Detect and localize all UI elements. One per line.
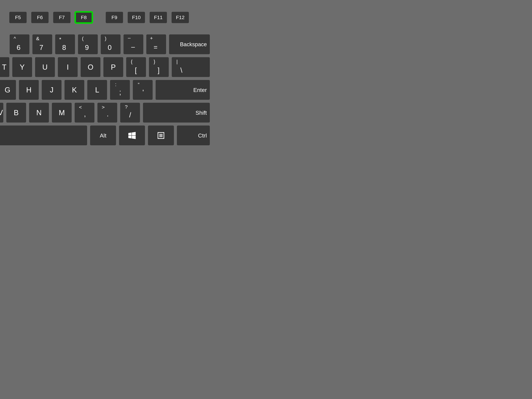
key-8[interactable]: * 8 <box>55 34 75 54</box>
key-o[interactable]: O <box>81 57 101 77</box>
key-f8[interactable]: F8 <box>75 12 92 23</box>
key-f10[interactable]: F10 <box>128 12 145 23</box>
key-t[interactable]: T <box>0 57 9 77</box>
key-backspace[interactable]: Backspace <box>169 34 210 54</box>
key-0[interactable]: ) 0 <box>101 34 120 54</box>
key-label: Backspace <box>180 41 207 48</box>
key-shift-label: | <box>176 59 178 64</box>
key-u[interactable]: U <box>35 57 55 77</box>
key-label: F12 <box>176 15 184 20</box>
key-label: F10 <box>132 15 141 20</box>
windows-icon <box>128 132 136 139</box>
key-f7[interactable]: F7 <box>53 12 70 23</box>
key-label: – <box>131 43 135 51</box>
key-label: 8 <box>62 44 66 51</box>
key-label: 0 <box>108 44 112 51</box>
key-f11[interactable]: F11 <box>150 12 167 23</box>
key-semicolon[interactable]: : ; <box>110 80 130 100</box>
key-equals[interactable]: + = <box>146 34 166 54</box>
key-period[interactable]: > . <box>97 103 117 122</box>
key-label: F8 <box>81 15 87 20</box>
key-quote[interactable]: “ ' <box>133 80 153 100</box>
key-l[interactable]: L <box>87 80 107 100</box>
key-ctrl[interactable]: Ctrl <box>177 126 210 145</box>
key-m[interactable]: M <box>52 103 72 122</box>
key-alt[interactable]: Alt <box>90 126 116 145</box>
key-shift[interactable]: Shift <box>143 103 210 122</box>
key-k[interactable]: K <box>64 80 84 100</box>
key-label: 6 <box>17 44 20 51</box>
key-label: N <box>36 108 42 117</box>
key-left-bracket[interactable]: { [ <box>126 57 146 77</box>
key-menu[interactable] <box>148 126 174 145</box>
keyboard: F5 F6 F7 F8 F9 F10 F11 F12 ^ 6 & 7 * 8 (… <box>0 0 213 160</box>
key-label: F11 <box>154 15 163 20</box>
key-b[interactable]: B <box>6 103 26 122</box>
key-p[interactable]: P <box>103 57 123 77</box>
key-label: T <box>2 63 6 71</box>
key-f5[interactable]: F5 <box>9 12 27 23</box>
key-f9[interactable]: F9 <box>106 12 123 23</box>
key-label: 9 <box>85 44 89 51</box>
key-g[interactable]: G <box>0 80 16 100</box>
key-9[interactable]: ( 9 <box>78 34 98 54</box>
key-n[interactable]: N <box>29 103 49 122</box>
key-shift-label: ( <box>82 36 84 41</box>
key-label: ; <box>119 88 121 96</box>
key-comma[interactable]: < , <box>75 103 95 122</box>
key-label: \ <box>180 66 182 74</box>
key-label: . <box>107 110 109 118</box>
key-label: Y <box>20 63 25 71</box>
key-shift-label: < <box>79 104 82 110</box>
key-label: J <box>50 86 54 94</box>
key-label: M <box>59 108 65 117</box>
key-label: = <box>154 44 158 51</box>
key-label: H <box>26 86 32 94</box>
key-shift-label: > <box>102 104 105 110</box>
key-minus[interactable]: – – <box>124 34 143 54</box>
key-v[interactable]: V <box>0 103 3 122</box>
key-label: P <box>111 63 116 71</box>
key-h[interactable]: H <box>19 80 39 100</box>
key-y[interactable]: Y <box>12 57 32 77</box>
key-label: O <box>88 63 93 71</box>
key-f12[interactable]: F12 <box>171 12 189 23</box>
key-label: , <box>84 110 86 118</box>
key-label: [ <box>135 66 137 74</box>
key-6[interactable]: ^ 6 <box>10 34 29 54</box>
key-shift-label: ) <box>105 36 106 41</box>
key-shift-label: } <box>154 59 155 64</box>
key-label: ] <box>158 66 160 74</box>
key-label: ' <box>142 88 144 96</box>
key-label: V <box>0 108 3 117</box>
key-7[interactable]: & 7 <box>32 34 52 54</box>
key-shift-label: – <box>128 35 131 41</box>
key-spacebar[interactable] <box>0 126 87 145</box>
key-j[interactable]: J <box>42 80 62 100</box>
key-label: Alt <box>100 132 106 139</box>
key-shift-label: “ <box>138 82 139 87</box>
key-shift-label: + <box>150 35 153 41</box>
key-shift-label: ? <box>125 104 128 110</box>
key-shift-label: * <box>59 36 61 43</box>
key-label: Shift <box>196 109 207 116</box>
key-shift-label: & <box>36 36 39 41</box>
key-label: F7 <box>59 15 65 20</box>
key-shift-label: { <box>131 59 133 64</box>
key-label: F6 <box>37 15 43 20</box>
key-backslash[interactable]: | \ <box>172 57 210 77</box>
key-f6[interactable]: F6 <box>31 12 49 23</box>
key-slash[interactable]: ? / <box>120 103 140 122</box>
key-label: B <box>14 108 19 117</box>
key-shift-label: : <box>115 82 116 87</box>
key-i[interactable]: I <box>58 57 78 77</box>
key-label: F9 <box>111 15 117 20</box>
key-label: / <box>129 111 131 119</box>
key-enter[interactable]: Enter <box>156 80 210 100</box>
key-label: K <box>72 86 77 94</box>
menu-icon <box>158 132 164 139</box>
key-label: I <box>67 63 69 71</box>
key-right-bracket[interactable]: } ] <box>149 57 169 77</box>
key-windows[interactable] <box>119 126 145 145</box>
key-label: L <box>95 86 99 94</box>
